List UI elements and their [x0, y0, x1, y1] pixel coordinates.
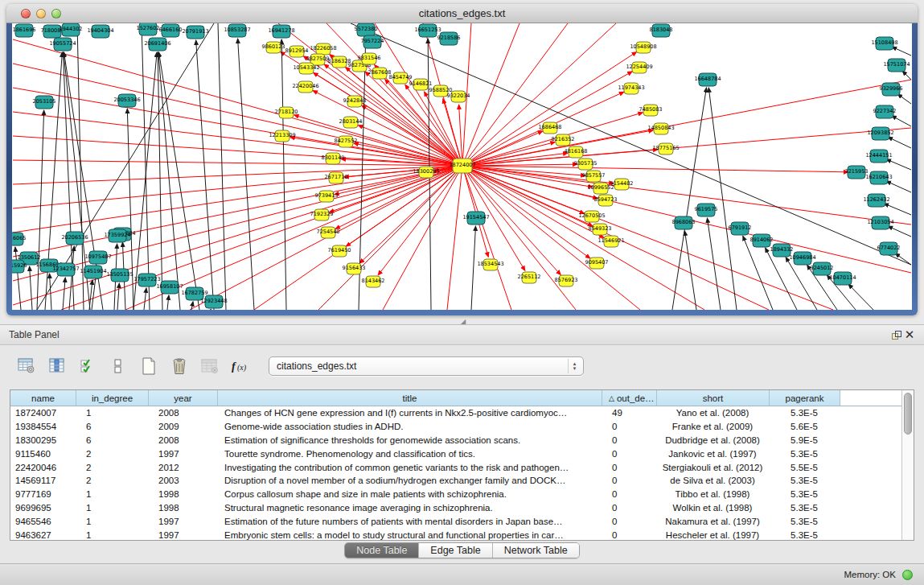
- graph-node-teal[interactable]: 9329966: [880, 83, 903, 96]
- cell-pagerank[interactable]: 5.3E-5: [770, 501, 840, 515]
- cell-short[interactable]: Nakamura et al. (1997): [657, 514, 770, 528]
- graph-node-teal[interactable]: 8183048: [650, 24, 673, 37]
- memory-ok-indicator[interactable]: [902, 570, 913, 580]
- cell-out_de[interactable]: 0: [602, 488, 657, 501]
- graph-node-teal[interactable]: 6774022: [877, 242, 901, 255]
- table-row[interactable]: 946554611997Estimation of the future num…: [10, 514, 901, 528]
- cell-title[interactable]: Corpus callosum shape and size in male p…: [218, 488, 602, 501]
- cell-year[interactable]: 1998: [149, 488, 218, 501]
- graph-node-yellow[interactable]: 8216352: [552, 134, 575, 146]
- table-row[interactable]: 969969511998Structural magnetic resonanc…: [10, 501, 901, 515]
- graph-node-yellow[interactable]: 8594723: [594, 195, 618, 206]
- graph-node-teal[interactable]: 11451904: [80, 266, 106, 278]
- graph-node-yellow[interactable]: 8549323: [589, 224, 612, 235]
- graph-node-yellow[interactable]: 10548908: [630, 42, 656, 53]
- cell-pagerank[interactable]: 5.5E-5: [770, 460, 840, 474]
- graph-node-teal[interactable]: 10975487: [84, 251, 111, 264]
- cell-name[interactable]: 19384554: [10, 420, 76, 434]
- graph-node-teal[interactable]: 9218586: [437, 32, 461, 45]
- cell-name[interactable]: 9777169: [10, 488, 76, 501]
- graph-node-teal[interactable]: 9227342: [873, 105, 897, 118]
- graph-node-yellow[interactable]: 8912954: [285, 46, 309, 57]
- cell-name[interactable]: 9465546: [10, 514, 76, 528]
- cell-title[interactable]: Investigating the contribution of common…: [218, 460, 602, 474]
- graph-node-teal[interactable]: 12342757: [52, 263, 79, 276]
- graph-node-teal[interactable]: 12923448: [200, 295, 227, 308]
- table-row[interactable]: 1938455462009Genome-wide association stu…: [10, 420, 901, 434]
- cell-out_de[interactable]: 0: [602, 447, 657, 460]
- graph-node-teal[interactable]: 20691406: [144, 38, 170, 51]
- cell-name[interactable]: 9699695: [10, 501, 76, 515]
- table-scrollbar[interactable]: [901, 390, 914, 540]
- cell-pagerank[interactable]: 5.3E-5: [770, 488, 840, 501]
- graph-node-yellow[interactable]: 18775165: [652, 143, 679, 154]
- graph-node-yellow[interactable]: 18534543: [477, 259, 503, 270]
- cell-pagerank[interactable]: 5.3E-5: [770, 474, 840, 488]
- graph-node-teal[interactable]: 9619575: [695, 204, 718, 216]
- graph-node-yellow[interactable]: 8576923: [555, 275, 578, 286]
- cell-in_degree[interactable]: 2: [76, 474, 149, 488]
- graph-node-teal[interactable]: 13505135: [106, 269, 133, 282]
- table-row[interactable]: 911546021997Tourette syndrome. Phenomeno…: [10, 447, 901, 460]
- graph-node-yellow[interactable]: 11546921: [598, 236, 624, 247]
- graph-node-teal[interactable]: 7957224: [361, 35, 384, 48]
- cell-year[interactable]: 1997: [149, 514, 218, 528]
- table-row[interactable]: 946362711997Embryonic stem cells: a mode…: [10, 528, 901, 540]
- cell-short[interactable]: Hescheler et al. (1997): [657, 528, 770, 540]
- new-column-button[interactable]: [138, 356, 159, 377]
- cell-out_de[interactable]: 0: [602, 434, 657, 447]
- network-graph[interactable]: 1861696718008919443021940430415276026466…: [12, 23, 912, 310]
- cell-title[interactable]: Estimation of significance thresholds fo…: [218, 434, 602, 447]
- column-header-short[interactable]: short: [657, 390, 770, 406]
- graph-node-yellow[interactable]: 7619450: [328, 245, 351, 257]
- graph-node-teal[interactable]: 19404304: [87, 25, 113, 38]
- cell-title[interactable]: Estimation of the future numbers of pati…: [218, 514, 602, 528]
- cell-short[interactable]: Yano et al. (2008): [657, 406, 770, 420]
- graph-node-yellow[interactable]: 12254409: [626, 62, 652, 73]
- cell-title[interactable]: Structural magnetic resonance image aver…: [218, 501, 602, 515]
- cell-out_de[interactable]: 0: [602, 460, 657, 474]
- graph-node-yellow[interactable]: 12670505: [578, 211, 605, 222]
- graph-node-yellow[interactable]: 2265112: [518, 272, 541, 283]
- graph-node-teal[interactable]: 1527602: [137, 23, 160, 35]
- column-header-year[interactable]: year: [149, 390, 218, 406]
- graph-node-yellow[interactable]: 7485083: [639, 105, 663, 116]
- cell-in_degree[interactable]: 1: [76, 528, 149, 540]
- tab-network-table[interactable]: Network Table: [493, 543, 579, 558]
- table-row[interactable]: 977716911998Corpus callosum shape and si…: [10, 488, 901, 501]
- cell-in_degree[interactable]: 6: [76, 434, 149, 447]
- graph-node-teal[interactable]: 20791913: [182, 26, 208, 39]
- table-row[interactable]: 1872400712008Changes of HCN gene express…: [10, 406, 901, 420]
- graph-node-yellow[interactable]: 2671710: [325, 172, 348, 183]
- table-row[interactable]: 2242004622012Investigating the contribut…: [10, 460, 901, 474]
- cell-year[interactable]: 2009: [149, 420, 218, 434]
- cell-short[interactable]: Franke et al. (2009): [657, 420, 770, 434]
- cell-year[interactable]: 1997: [149, 528, 218, 540]
- graph-node-teal[interactable]: 1944302: [60, 23, 83, 36]
- graph-node-teal[interactable]: 20053346: [113, 94, 140, 107]
- cell-name[interactable]: 9463627: [10, 528, 76, 540]
- select-columns-button[interactable]: [47, 356, 68, 377]
- cell-in_degree[interactable]: 1: [76, 501, 149, 515]
- cell-short[interactable]: Stergiakouli et al. (2012): [657, 460, 770, 474]
- cell-in_degree[interactable]: 1: [76, 488, 149, 501]
- graph-node-yellow[interactable]: 18226058: [310, 43, 336, 55]
- table-row[interactable]: 1456911722003Disruption of a novel membe…: [10, 474, 901, 488]
- graph-node-teal[interactable]: 19154547: [462, 212, 489, 225]
- cell-year[interactable]: 2008: [149, 406, 218, 420]
- cell-name[interactable]: 14569117: [10, 474, 76, 488]
- cell-pagerank[interactable]: 5.6E-5: [770, 420, 840, 434]
- scrollbar-thumb[interactable]: [904, 393, 912, 435]
- graph-node-yellow[interactable]: 10543342: [293, 63, 319, 74]
- column-header-title[interactable]: title: [218, 390, 602, 406]
- graph-node-yellow[interactable]: 14850843: [647, 123, 674, 134]
- graph-node-yellow[interactable]: 2803144: [339, 117, 363, 128]
- cell-year[interactable]: 2008: [149, 434, 218, 447]
- cell-in_degree[interactable]: 1: [76, 514, 149, 528]
- graph-node-teal[interactable]: 11262432: [863, 194, 889, 207]
- graph-node-yellow[interactable]: 2718120: [275, 107, 298, 118]
- network-canvas[interactable]: 1861696718008919443021940430415276026466…: [12, 23, 912, 310]
- graph-node-teal[interactable]: 6466160: [159, 24, 183, 37]
- close-panel-button[interactable]: ✕: [906, 328, 924, 342]
- cell-pagerank[interactable]: 5.3E-5: [770, 514, 840, 528]
